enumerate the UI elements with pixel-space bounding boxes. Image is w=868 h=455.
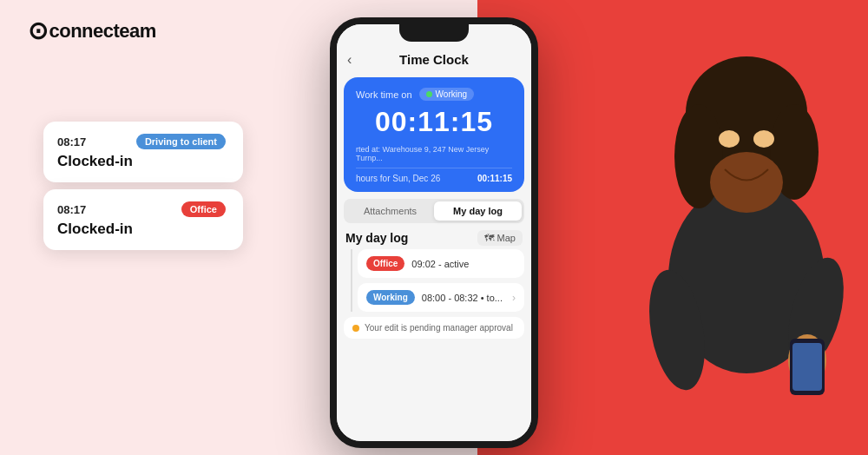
timer-footer-label: hours for Sun, Dec 26 <box>356 174 440 183</box>
log-entry-1: Office 09:02 - active <box>358 249 524 278</box>
notif-status-2: Clocked-in <box>57 221 226 238</box>
green-dot <box>426 91 432 97</box>
phone-title: Time Clock <box>399 52 469 67</box>
log-arrow[interactable]: › <box>512 292 516 304</box>
log-time-2: 08:00 - 08:32 • to... <box>422 293 505 303</box>
daylog-header: My day log 🗺 Map <box>337 223 531 249</box>
map-icon: 🗺 <box>484 233 494 243</box>
log-time-1: 09:02 - active <box>411 259 516 269</box>
timer-card: Work time on Working 00:11:15 rted at: W… <box>344 77 524 192</box>
notif-badge-2: Office <box>181 201 226 217</box>
phone-body: ‹ Time Clock Work time on Working 00:11:… <box>330 17 538 448</box>
timeline-line <box>351 249 352 312</box>
timer-location: rted at: Warehouse 9, 247 New Jersey Tur… <box>356 145 512 162</box>
work-label: Work time on <box>356 89 412 100</box>
logo-text: connecteam <box>49 20 156 43</box>
notif-card-2: 08:17 Office Clocked-in <box>43 189 243 250</box>
map-label: Map <box>497 233 516 243</box>
log-entry-2: Working 08:00 - 08:32 • to... › <box>358 283 524 312</box>
notif-time-1: 08:17 <box>57 135 86 148</box>
log-badge-working: Working <box>366 290 415 305</box>
phone-header: ‹ Time Clock <box>337 45 531 72</box>
phone-tabs: Attachments My day log <box>344 199 524 223</box>
svg-rect-12 <box>792 343 822 391</box>
logo: ⊙ connecteam <box>28 19 156 43</box>
notif-card-1: 08:17 Driving to client Clocked-in <box>43 122 243 182</box>
working-text: Working <box>436 89 468 99</box>
svg-point-5 <box>710 152 783 213</box>
log-badge-office: Office <box>366 256 404 271</box>
phone-notch <box>399 24 469 42</box>
svg-point-6 <box>719 130 740 148</box>
log-entries-container: Office 09:02 - active Working 08:00 - 08… <box>337 249 531 312</box>
working-badge: Working <box>419 88 475 101</box>
svg-point-7 <box>753 130 774 148</box>
pending-entry: Your edit is pending manager approval <box>344 317 524 339</box>
pending-text: Your edit is pending manager approval <box>365 323 513 333</box>
daylog-title: My day log <box>345 231 408 245</box>
orange-dot <box>352 325 359 332</box>
timer-display: 00:11:15 <box>356 106 512 138</box>
map-button[interactable]: 🗺 Map <box>477 230 523 246</box>
person-illustration <box>573 0 868 455</box>
timer-footer-time: 00:11:15 <box>477 174 512 183</box>
notif-time-2: 08:17 <box>57 203 86 216</box>
notif-badge-1: Driving to client <box>136 134 226 149</box>
back-icon[interactable]: ‹ <box>347 52 352 68</box>
logo-icon: ⊙ <box>28 19 48 43</box>
phone-mockup: ‹ Time Clock Work time on Working 00:11:… <box>330 17 538 448</box>
tab-my-day-log[interactable]: My day log <box>434 201 522 221</box>
phone-screen: ‹ Time Clock Work time on Working 00:11:… <box>337 24 531 441</box>
notification-cards: 08:17 Driving to client Clocked-in 08:17… <box>43 122 243 250</box>
tab-attachments[interactable]: Attachments <box>346 201 434 221</box>
notif-status-1: Clocked-in <box>57 153 226 170</box>
